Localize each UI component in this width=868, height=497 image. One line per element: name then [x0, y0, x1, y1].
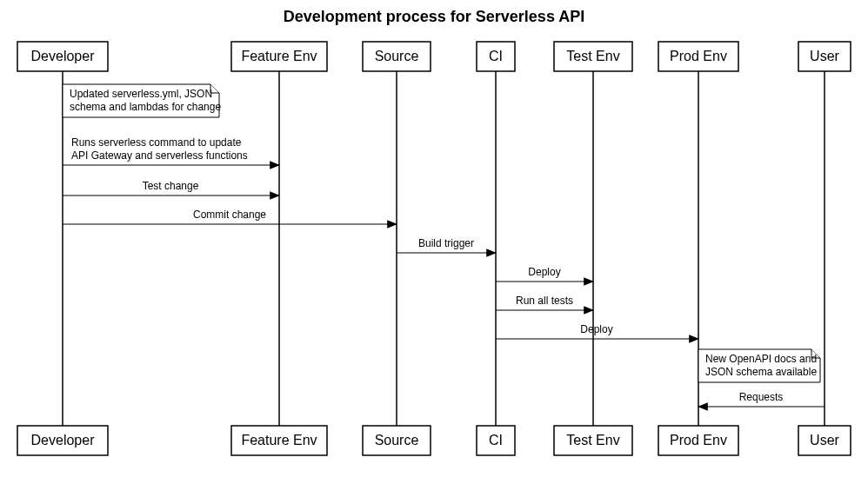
- message-label: Deploy: [580, 323, 612, 335]
- participant-user-bottom: User: [798, 426, 851, 455]
- participant-label: User: [810, 49, 839, 63]
- message-label: Runs serverless command to update: [71, 136, 242, 149]
- participant-label: Prod Env: [670, 433, 727, 447]
- participant-feature-env-bottom: Feature Env: [231, 426, 327, 455]
- participant-label: Developer: [31, 49, 96, 63]
- participant-label: Feature Env: [241, 49, 317, 63]
- participant-prod-env-bottom: Prod Env: [658, 426, 738, 455]
- participant-ci-bottom: CI: [477, 426, 515, 455]
- participant-label: Source: [375, 433, 419, 447]
- participant-source-bottom: Source: [363, 426, 431, 455]
- sequence-diagram: Development process for Serverless API D…: [0, 0, 868, 497]
- note-prod-docs: New OpenAPI docs and JSON schema availab…: [698, 349, 820, 382]
- message-label: Deploy: [528, 266, 560, 278]
- participant-label: CI: [489, 433, 503, 447]
- diagram-title: Development process for Serverless API: [284, 8, 584, 25]
- participant-label: CI: [489, 49, 503, 63]
- note-text: schema and lambdas for change: [70, 101, 221, 113]
- participant-label: Test Env: [566, 49, 619, 63]
- message-run-all-tests: Run all tests: [496, 295, 593, 310]
- message-build-trigger: Build trigger: [397, 237, 496, 253]
- participant-developer-top: Developer: [17, 42, 108, 71]
- message-deploy-prod: Deploy: [496, 323, 698, 339]
- message-label: Test change: [143, 180, 199, 192]
- participant-label: Prod Env: [670, 49, 727, 63]
- participant-source-top: Source: [363, 42, 431, 71]
- note-text: New OpenAPI docs and: [705, 353, 817, 365]
- participant-developer-bottom: Developer: [17, 426, 108, 455]
- participant-label: Source: [375, 49, 419, 63]
- participant-test-env-bottom: Test Env: [554, 426, 632, 455]
- participant-label: Developer: [31, 433, 96, 447]
- message-label: Run all tests: [516, 295, 573, 307]
- message-requests: Requests: [698, 391, 825, 407]
- note-text: Updated serverless.yml, JSON: [70, 88, 212, 100]
- participant-label: User: [810, 433, 839, 447]
- message-label: Commit change: [193, 209, 266, 221]
- participant-label: Test Env: [566, 433, 619, 447]
- participant-user-top: User: [798, 42, 851, 71]
- participant-prod-env-top: Prod Env: [658, 42, 738, 71]
- message-run-serverless: Runs serverless command to update API Ga…: [63, 136, 279, 165]
- message-deploy-test: Deploy: [496, 266, 593, 282]
- note-developer-update: Updated serverless.yml, JSON schema and …: [63, 84, 221, 117]
- message-label: API Gateway and serverless functions: [71, 149, 248, 162]
- participant-label: Feature Env: [241, 433, 317, 447]
- participant-test-env-top: Test Env: [554, 42, 632, 71]
- note-text: JSON schema available: [705, 366, 817, 378]
- message-label: Build trigger: [418, 237, 474, 249]
- message-test-change: Test change: [63, 180, 279, 195]
- participant-ci-top: CI: [477, 42, 515, 71]
- message-commit-change: Commit change: [63, 209, 397, 224]
- participant-feature-env-top: Feature Env: [231, 42, 327, 71]
- message-label: Requests: [739, 391, 784, 403]
